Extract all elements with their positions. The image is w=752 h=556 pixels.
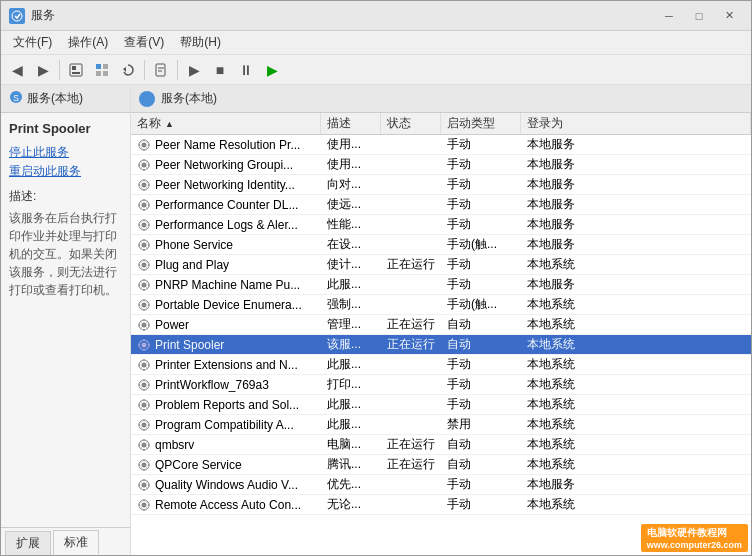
service-icon: [137, 138, 151, 152]
cell-status: 正在运行: [381, 435, 441, 454]
cell-name: Print Spooler: [131, 335, 321, 354]
cell-name: Program Compatibility A...: [131, 415, 321, 434]
cell-desc: 向对...: [321, 175, 381, 194]
svg-point-14: [142, 142, 147, 147]
table-row[interactable]: Peer Name Resolution Pr... 使用... 手动 本地服务: [131, 135, 751, 155]
cell-logon: 本地系统: [521, 295, 751, 314]
table-row[interactable]: Performance Logs & Aler... 性能... 手动 本地服务: [131, 215, 751, 235]
cell-desc: 管理...: [321, 315, 381, 334]
service-icon: [137, 198, 151, 212]
svg-text:S: S: [13, 93, 19, 103]
cell-status: [381, 415, 441, 434]
cell-name: QPCore Service: [131, 455, 321, 474]
sidebar-panel: Print Spooler 停止此服务 重启动此服务 描述: 该服务在后台执行打…: [1, 113, 130, 527]
col-header-status[interactable]: 状态: [381, 113, 441, 134]
pause-button[interactable]: ⏸: [234, 58, 258, 82]
table-row[interactable]: PNRP Machine Name Pu... 此服... 手动 本地服务: [131, 275, 751, 295]
menu-action[interactable]: 操作(A): [60, 32, 116, 53]
table-row[interactable]: Printer Extensions and N... 此服... 手动 本地系…: [131, 355, 751, 375]
export-button[interactable]: [149, 58, 173, 82]
service-icon: [137, 278, 151, 292]
back-button[interactable]: ◀: [5, 58, 29, 82]
cell-status: [381, 195, 441, 214]
cell-desc: 电脑...: [321, 435, 381, 454]
cell-desc: 使远...: [321, 195, 381, 214]
cell-startup: 手动: [441, 355, 521, 374]
table-row[interactable]: Print Spooler 该服... 正在运行 自动 本地系统: [131, 335, 751, 355]
table-row[interactable]: QPCore Service 腾讯... 正在运行 自动 本地系统: [131, 455, 751, 475]
window-controls: ─ □ ✕: [655, 6, 743, 26]
table-row[interactable]: Quality Windows Audio V... 优先... 手动 本地服务: [131, 475, 751, 495]
svg-point-34: [142, 342, 147, 347]
svg-point-36: [142, 362, 147, 367]
cell-name: Phone Service: [131, 235, 321, 254]
refresh-button[interactable]: [116, 58, 140, 82]
cell-status: 正在运行: [381, 315, 441, 334]
sidebar: S 服务(本地) Print Spooler 停止此服务 重启动此服务 描述: …: [1, 85, 131, 555]
menu-view[interactable]: 查看(V): [116, 32, 172, 53]
cell-logon: 本地系统: [521, 355, 751, 374]
cell-startup: 手动: [441, 155, 521, 174]
cell-desc: 在设...: [321, 235, 381, 254]
cell-desc: 优先...: [321, 475, 381, 494]
menu-file[interactable]: 文件(F): [5, 32, 60, 53]
cell-status: [381, 215, 441, 234]
sidebar-header: S 服务(本地): [1, 85, 130, 113]
cell-desc: 此服...: [321, 355, 381, 374]
svg-marker-8: [123, 67, 126, 72]
table-body: Peer Name Resolution Pr... 使用... 手动 本地服务…: [131, 135, 751, 555]
maximize-button[interactable]: □: [685, 6, 713, 26]
service-icon: [137, 258, 151, 272]
svg-point-40: [142, 402, 147, 407]
cell-logon: 本地系统: [521, 255, 751, 274]
stop-button[interactable]: ■: [208, 58, 232, 82]
table-row[interactable]: Problem Reports and Sol... 此服... 手动 本地系统: [131, 395, 751, 415]
cell-logon: 本地服务: [521, 275, 751, 294]
table-row[interactable]: Program Compatibility A... 此服... 禁用 本地系统: [131, 415, 751, 435]
service-icon: [137, 158, 151, 172]
service-icon: [137, 358, 151, 372]
svg-point-26: [142, 262, 147, 267]
minimize-button[interactable]: ─: [655, 6, 683, 26]
cell-status: [381, 235, 441, 254]
table-row[interactable]: Portable Device Enumera... 强制... 手动(触...…: [131, 295, 751, 315]
close-button[interactable]: ✕: [715, 6, 743, 26]
svg-point-30: [142, 302, 147, 307]
table-row[interactable]: Power 管理... 正在运行 自动 本地系统: [131, 315, 751, 335]
table-row[interactable]: Plug and Play 使计... 正在运行 手动 本地系统: [131, 255, 751, 275]
forward-button[interactable]: ▶: [31, 58, 55, 82]
table-row[interactable]: qmbsrv 电脑... 正在运行 自动 本地系统: [131, 435, 751, 455]
toolbar-separator-2: [144, 60, 145, 80]
cell-logon: 本地系统: [521, 455, 751, 474]
play-button[interactable]: ▶: [182, 58, 206, 82]
table-row[interactable]: Remote Access Auto Con... 无论... 手动 本地系统: [131, 495, 751, 515]
cell-startup: 禁用: [441, 415, 521, 434]
restart-button[interactable]: ▶: [260, 58, 284, 82]
table-row[interactable]: PrintWorkflow_769a3 打印... 手动 本地系统: [131, 375, 751, 395]
cell-logon: 本地系统: [521, 335, 751, 354]
table-row[interactable]: Peer Networking Identity... 向对... 手动 本地服…: [131, 175, 751, 195]
table-row[interactable]: Phone Service 在设... 手动(触... 本地服务: [131, 235, 751, 255]
stop-service-link[interactable]: 停止此服务: [9, 144, 122, 161]
col-header-name[interactable]: 名称 ▲: [131, 113, 321, 134]
cell-status: [381, 155, 441, 174]
restart-service-link[interactable]: 重启动此服务: [9, 163, 122, 180]
toolbar-separator-3: [177, 60, 178, 80]
table-row[interactable]: Performance Counter DL... 使远... 手动 本地服务: [131, 195, 751, 215]
cell-logon: 本地服务: [521, 155, 751, 174]
menu-help[interactable]: 帮助(H): [172, 32, 229, 53]
col-header-desc[interactable]: 描述: [321, 113, 381, 134]
tab-extended[interactable]: 扩展: [5, 531, 51, 555]
cell-logon: 本地系统: [521, 495, 751, 514]
cell-desc: 此服...: [321, 275, 381, 294]
table-row[interactable]: Peer Networking Groupi... 使用... 手动 本地服务: [131, 155, 751, 175]
col-header-logon[interactable]: 登录为: [521, 113, 751, 134]
up-button[interactable]: [64, 58, 88, 82]
svg-rect-6: [96, 71, 101, 76]
col-header-startup[interactable]: 启动类型: [441, 113, 521, 134]
cell-name: Peer Name Resolution Pr...: [131, 135, 321, 154]
show-button[interactable]: [90, 58, 114, 82]
svg-point-16: [142, 162, 147, 167]
cell-logon: 本地服务: [521, 135, 751, 154]
tab-standard[interactable]: 标准: [53, 530, 99, 555]
